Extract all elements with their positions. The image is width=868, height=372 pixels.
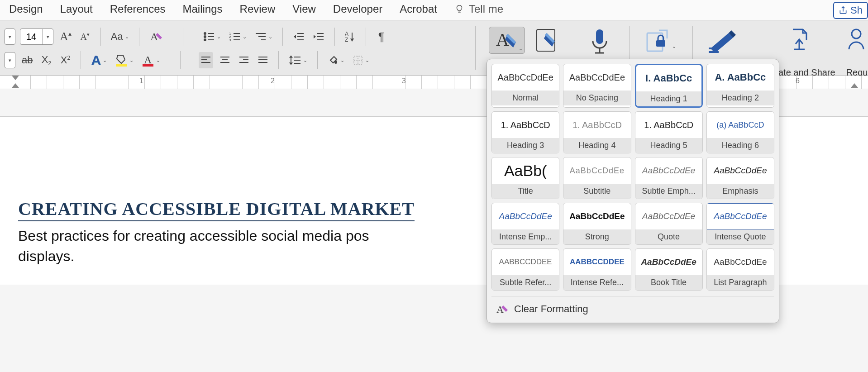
borders-button[interactable]: ⌄ — [351, 52, 371, 68]
align-right-button[interactable] — [237, 52, 251, 68]
request-signatures-button[interactable] — [846, 27, 868, 52]
menu-references[interactable]: References — [110, 3, 166, 15]
style-heading-5[interactable]: 1. AaBbCcDHeading 5 — [635, 111, 703, 153]
ruler-number: 1 — [139, 77, 143, 85]
indent-icon — [313, 32, 324, 42]
menu-view[interactable]: View — [292, 3, 316, 15]
sort-button[interactable]: AZ — [343, 29, 358, 45]
justify-button[interactable] — [256, 52, 270, 68]
align-left-button[interactable] — [199, 52, 213, 68]
style-subtle-emph-[interactable]: AaBbCcDdEeSubtle Emph... — [635, 157, 703, 199]
separator — [100, 28, 101, 46]
style-label: List Paragraph — [707, 275, 774, 290]
outdent-icon — [293, 32, 305, 42]
clear-formatting-label: Clear Formatting — [514, 303, 588, 315]
strikethrough-button[interactable]: ab — [20, 52, 34, 68]
clear-formatting-button[interactable]: A — [148, 29, 165, 45]
clear-format-icon: A — [496, 303, 509, 315]
tell-me-search[interactable]: Tell me — [454, 3, 503, 15]
style-intense-refe-[interactable]: AABBCCDDEEIntense Refe... — [563, 248, 631, 291]
decrease-font-button[interactable]: A▾ — [78, 29, 92, 45]
style-preview: AaBbCcDdEe — [635, 203, 702, 229]
styles-gallery-button[interactable]: A ⌄ — [489, 27, 525, 54]
right-indent-marker[interactable] — [851, 83, 858, 88]
style-label: Quote — [635, 229, 702, 244]
style-preview: (a) AaBbCcD — [707, 112, 774, 138]
first-line-indent-marker[interactable] — [12, 76, 19, 80]
menu-design[interactable]: Design — [9, 3, 43, 15]
style-emphasis[interactable]: AaBbCcDdEeEmphasis — [706, 157, 774, 199]
styles-grid: AaBbCcDdEeNormalAaBbCcDdEeNo SpacingI. A… — [491, 64, 774, 291]
styles-icon: A — [494, 29, 520, 51]
style-no-spacing[interactable]: AaBbCcDdEeNo Spacing — [563, 64, 631, 108]
justify-icon — [258, 56, 268, 65]
line-spacing-button[interactable]: ⌄ — [287, 52, 309, 68]
menu-review[interactable]: Review — [240, 3, 276, 15]
menu-mailings[interactable]: Mailings — [183, 3, 223, 15]
increase-indent-button[interactable] — [311, 29, 326, 45]
style-normal[interactable]: AaBbCcDdEeNormal — [491, 64, 559, 108]
change-case-button[interactable]: Aa⌄ — [109, 29, 131, 45]
hanging-indent-marker[interactable] — [12, 83, 19, 88]
align-center-button[interactable] — [218, 52, 232, 68]
style-preview: A. AaBbCc — [707, 64, 774, 91]
tell-me-label: Tell me — [469, 3, 503, 15]
ruler-number: 2 — [271, 77, 275, 85]
separator — [317, 51, 318, 69]
create-share-pdf-button[interactable] — [787, 27, 810, 52]
style-heading-1[interactable]: I. AaBbCcHeading 1 — [635, 64, 703, 108]
bullets-button[interactable]: ⌄ — [201, 29, 223, 45]
style-strong[interactable]: AaBbCcDdEeStrong — [563, 203, 631, 245]
increase-font-button[interactable]: A▴ — [58, 29, 73, 45]
style-preview: AABBCCDDEE — [563, 249, 630, 275]
dictate-button[interactable] — [588, 27, 611, 58]
font-color-button[interactable]: A⌄ — [140, 52, 162, 68]
style-heading-3[interactable]: 1. AaBbCcDHeading 3 — [491, 111, 559, 153]
sensitivity-button[interactable]: ⌄ — [643, 27, 672, 54]
editor-button[interactable] — [706, 27, 738, 54]
numbering-button[interactable]: 123⌄ — [227, 29, 248, 45]
style-intense-emp-[interactable]: AaBbCcDdEeIntense Emp... — [491, 203, 559, 245]
style-list-paragraph[interactable]: AaBbCcDdEeList Paragraph — [706, 248, 774, 291]
paint-bucket-icon — [328, 55, 339, 66]
styles-pane-button[interactable] — [534, 27, 561, 54]
style-subtitle[interactable]: AaBbCcDdEeSubtitle — [563, 157, 631, 199]
menu-developer[interactable]: Developer — [333, 3, 382, 15]
style-label: Intense Refe... — [563, 275, 630, 290]
document-heading[interactable]: CREATING ACCESSIBLE DIGITAL MARKET — [18, 198, 415, 221]
style-quote[interactable]: AaBbCcDdEeQuote — [635, 203, 703, 245]
borders-icon — [353, 55, 363, 66]
style-book-title[interactable]: AaBbCcDdEeBook Title — [635, 248, 703, 291]
sensitivity-icon — [643, 27, 672, 54]
text-effects-button[interactable]: A⌄ — [89, 52, 109, 68]
svg-rect-26 — [143, 64, 153, 67]
highlight-button[interactable]: ⌄ — [113, 52, 135, 68]
style-heading-4[interactable]: 1. AaBbCcDHeading 4 — [563, 111, 631, 153]
menu-layout[interactable]: Layout — [60, 3, 93, 15]
style-intense-quote[interactable]: AaBbCcDdEeIntense Quote — [706, 203, 774, 245]
style-preview: 1. AaBbCcD — [492, 112, 559, 138]
clear-formatting-item[interactable]: A Clear Formatting — [491, 296, 774, 318]
menu-bar: Design Layout References Mailings Review… — [0, 0, 868, 20]
chevron-down-icon[interactable]: ▾ — [42, 29, 53, 44]
decrease-indent-button[interactable] — [291, 29, 306, 45]
shading-button[interactable]: ⌄ — [326, 52, 346, 68]
menu-acrobat[interactable]: Acrobat — [400, 3, 437, 15]
style-preview: AaBbCcDdEe — [492, 64, 559, 91]
style-label: Emphasis — [707, 184, 774, 199]
superscript-button[interactable]: X2 — [58, 52, 72, 68]
style-title[interactable]: AaBb(Title — [491, 157, 559, 199]
show-marks-button[interactable]: ¶ — [374, 29, 389, 45]
subscript-button[interactable]: X2 — [39, 52, 53, 68]
font-name-dropdown[interactable]: ▾ — [5, 29, 15, 45]
style-label: Subtle Refer... — [492, 275, 559, 290]
style-heading-6[interactable]: (a) AaBbCcDHeading 6 — [706, 111, 774, 153]
clear-format-icon: A — [149, 30, 163, 43]
style-heading-2[interactable]: A. AaBbCcHeading 2 — [706, 64, 774, 108]
font-size-combo[interactable]: ▾ — [20, 29, 53, 45]
font-style-dropdown[interactable]: ▾ — [5, 52, 15, 68]
font-size-input[interactable] — [20, 32, 42, 42]
multilevel-list-button[interactable]: ⌄ — [253, 29, 274, 45]
style-subtle-refer-[interactable]: AABBCCDDEESubtle Refer... — [491, 248, 559, 291]
share-button[interactable]: Sh — [833, 2, 868, 19]
